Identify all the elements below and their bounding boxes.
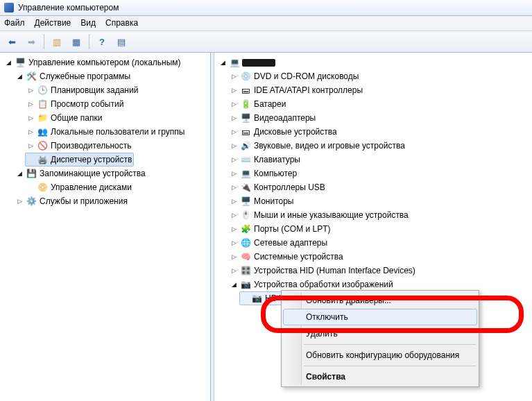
users-icon: 👥 <box>37 126 48 137</box>
chevron-right-icon[interactable]: ▷ <box>230 198 238 205</box>
cm-properties[interactable]: Свойства <box>283 368 477 385</box>
menu-action[interactable]: Действие <box>35 16 71 30</box>
chevron-down-icon[interactable]: ◢ <box>16 170 24 178</box>
node-event-viewer[interactable]: ▷ 📋 Просмотр событий <box>25 97 126 111</box>
cat-ide[interactable]: ▷🖴IDE ATA/ATAPI контроллеры <box>228 83 365 97</box>
chevron-right-icon[interactable]: ▷ <box>27 87 35 94</box>
display-adapter-icon: 🖥️ <box>240 112 251 123</box>
cm-disable[interactable]: Отключить <box>283 309 477 325</box>
cat-battery-label: Батареи <box>253 98 286 110</box>
cat-video[interactable]: ▷🖥️Видеоадаптеры <box>228 111 318 125</box>
cat-usb[interactable]: ▷🔌Контроллеры USB <box>228 180 327 194</box>
chevron-right-icon[interactable]: ▷ <box>230 239 238 247</box>
chevron-right-icon[interactable]: ▷ <box>230 128 238 136</box>
window-title: Управление компьютером <box>18 0 119 15</box>
cat-mouse[interactable]: ▷🖱️Мыши и иные указывающие устройства <box>228 208 411 222</box>
chevron-right-icon[interactable]: ▷ <box>230 101 238 108</box>
arrow-right-icon: ➡ <box>28 37 35 47</box>
toolbar-properties-button[interactable]: ▦ <box>67 33 85 51</box>
cat-monitor[interactable]: ▷🖥️Мониторы <box>228 194 295 208</box>
menu-file[interactable]: Файл <box>4 16 25 30</box>
cat-hid[interactable]: ▷🎛️Устройства HID (Human Interface Devic… <box>228 264 418 278</box>
cat-disk[interactable]: ▷🖴Дисковые устройства <box>228 125 339 139</box>
cat-net[interactable]: ▷🌐Сетевые адаптеры <box>228 236 329 250</box>
node-task-scheduler[interactable]: ▷ 🕒 Планировщик заданий <box>25 83 140 97</box>
chevron-right-icon[interactable]: ▷ <box>230 212 238 219</box>
chevron-right-icon[interactable]: ▷ <box>230 87 238 94</box>
menu-help[interactable]: Справка <box>105 16 138 30</box>
cat-sound[interactable]: ▷🔊Звуковые, видео и игровые устройства <box>228 139 407 153</box>
chevron-right-icon[interactable]: ▷ <box>230 267 238 275</box>
disk-icon: 🖴 <box>240 126 251 137</box>
chevron-right-icon[interactable]: ▷ <box>230 156 238 164</box>
node-device-manager-label: Диспетчер устройств <box>50 153 132 166</box>
chevron-right-icon[interactable]: ▷ <box>27 142 35 150</box>
node-shared-folders[interactable]: ▷ 📁 Общие папки <box>25 111 104 125</box>
node-root[interactable]: ◢ 🖥️ Управление компьютером (локальным) <box>3 56 183 69</box>
cat-keyboard-label: Клавиатуры <box>253 153 300 166</box>
cat-hid-label: Устройства HID (Human Interface Devices) <box>253 264 415 277</box>
computer-category-icon: 💻 <box>240 168 251 179</box>
node-disk-mgmt-label: Управление дисками <box>50 181 132 194</box>
node-shared-folders-label: Общие папки <box>50 112 102 124</box>
chevron-right-icon[interactable]: ▷ <box>230 73 238 80</box>
toolbar-back-button[interactable]: ⬅ <box>3 33 21 51</box>
chevron-right-icon[interactable]: ▷ <box>230 184 238 191</box>
cm-delete[interactable]: Удалить <box>283 325 477 342</box>
webcam-icon: 📷 <box>251 293 262 304</box>
imaging-icon: 📷 <box>240 279 251 290</box>
cat-battery[interactable]: ▷🔋Батареи <box>228 97 288 111</box>
chevron-right-icon[interactable]: ▷ <box>27 114 35 122</box>
toolbar-help-button[interactable]: ? <box>93 33 111 51</box>
chevron-right-icon[interactable]: ▷ <box>27 128 35 136</box>
chevron-down-icon[interactable]: ◢ <box>16 73 24 80</box>
cat-dvd[interactable]: ▷💿DVD и CD-ROM дисководы <box>228 69 361 83</box>
chevron-right-icon[interactable]: ▷ <box>27 101 35 108</box>
node-users-groups[interactable]: ▷ 👥 Локальные пользователи и группы <box>25 125 187 139</box>
node-event-viewer-label: Просмотр событий <box>50 98 123 110</box>
cat-computer[interactable]: ▷💻Компьютер <box>228 167 299 180</box>
cat-video-label: Видеоадаптеры <box>253 112 316 124</box>
cm-scan-hardware[interactable]: Обновить конфигурацию оборудования <box>283 347 477 364</box>
node-services-apps[interactable]: ▷ ⚙️ Службы и приложения <box>14 194 130 208</box>
chevron-right-icon[interactable]: ▷ <box>230 114 238 122</box>
cat-sysdev[interactable]: ▷🧠Системные устройства <box>228 250 345 264</box>
node-root-label: Управление компьютером (локальным) <box>28 56 181 69</box>
chevron-right-icon[interactable]: ▷ <box>230 253 238 261</box>
cm-update-drivers[interactable]: Обновить драйверы... <box>283 292 477 309</box>
node-device-manager[interactable]: ▷ 🖨️ Диспетчер устройств <box>25 153 134 167</box>
cat-ports-label: Порты (COM и LPT) <box>253 223 331 235</box>
left-tree[interactable]: ◢ 🖥️ Управление компьютером (локальным) … <box>0 53 211 401</box>
cat-ports[interactable]: ▷🧩Порты (COM и LPT) <box>228 222 333 236</box>
chevron-right-icon[interactable]: ▷ <box>230 142 238 150</box>
monitor-icon: 🖥️ <box>240 196 251 207</box>
toolbar-separator <box>44 34 44 49</box>
cat-imaging[interactable]: ◢ 📷 Устройства обработки изображений <box>228 278 395 291</box>
toolbar-forward-button[interactable]: ➡ <box>22 33 40 51</box>
arrow-left-icon: ⬅ <box>8 37 16 47</box>
device-root[interactable]: ◢ 💻 <box>217 56 277 69</box>
keyboard-icon: ⌨️ <box>240 154 251 165</box>
chevron-down-icon[interactable]: ◢ <box>5 59 12 67</box>
cat-net-label: Сетевые адаптеры <box>253 237 327 249</box>
chevron-right-icon[interactable]: ▷ <box>230 225 238 233</box>
node-system-tools[interactable]: ◢ 🛠️ Служебные программы <box>14 69 132 83</box>
chevron-down-icon[interactable]: ◢ <box>219 59 227 67</box>
menubar: Файл Действие Вид Справка <box>0 16 532 31</box>
node-disk-mgmt[interactable]: ▷ 📀 Управление дисками <box>25 180 134 194</box>
node-performance[interactable]: ▷ 🚫 Производительность <box>25 139 133 153</box>
chevron-right-icon[interactable]: ▷ <box>230 170 238 178</box>
toolbar-misc-button[interactable]: ▤ <box>112 33 130 51</box>
device-manager-icon: 🖨️ <box>37 154 48 165</box>
toolbar-show-hide-button[interactable]: ▥ <box>48 33 66 51</box>
cat-keyboard[interactable]: ▷⌨️Клавиатуры <box>228 153 302 167</box>
network-icon: 🌐 <box>240 237 251 248</box>
mouse-icon: 🖱️ <box>240 210 251 221</box>
sound-icon: 🔊 <box>240 140 251 151</box>
menu-view[interactable]: Вид <box>80 16 96 30</box>
chevron-right-icon[interactable]: ▷ <box>16 198 24 205</box>
toolbar-separator <box>89 34 89 49</box>
node-storage[interactable]: ◢ 💾 Запоминающие устройства <box>14 167 148 180</box>
chevron-down-icon[interactable]: ◢ <box>230 281 238 289</box>
titlebar: Управление компьютером <box>0 0 532 16</box>
